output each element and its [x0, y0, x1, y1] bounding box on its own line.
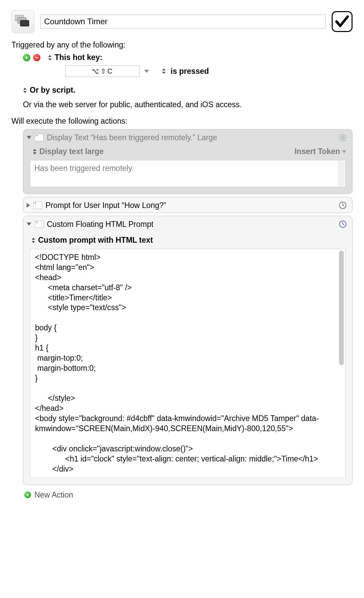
script-trigger-stepper[interactable] [23, 87, 27, 94]
hotkey-label: This hot key: [55, 53, 102, 62]
clock-gear-icon [338, 220, 347, 229]
hotkey-input[interactable]: ⌥⇧C [65, 65, 140, 77]
macro-icon-button[interactable] [11, 10, 34, 33]
action-display-text: Display Text “Has been triggered remotel… [23, 129, 353, 194]
triggered-by-label: Triggered by any of the following: [11, 40, 353, 50]
svg-line-8 [340, 134, 341, 136]
action1-title: Display Text “Has been triggered remotel… [47, 133, 217, 142]
disclosure-triangle-icon[interactable] [27, 203, 30, 208]
action-custom-html-prompt: Custom Floating HTML Prompt Custom promp… [23, 216, 353, 485]
macro-name-input[interactable] [40, 14, 326, 29]
trigger-type-stepper[interactable] [48, 54, 52, 61]
html-code-input[interactable]: <!DOCTYPE html> <html lang="en"> <head> … [30, 249, 345, 478]
or-by-script-label: Or by script. [30, 86, 75, 95]
insert-token-button[interactable]: Insert Token [295, 147, 346, 156]
html-code-content: <!DOCTYPE html> <html lang="en"> <head> … [35, 252, 336, 474]
action3-gear-menu[interactable] [338, 219, 347, 229]
plus-icon: + [24, 491, 31, 498]
display-text-input[interactable]: Has been triggered remotely. [30, 160, 345, 187]
action3-header[interactable]: Custom Floating HTML Prompt [23, 216, 352, 232]
svg-line-17 [343, 224, 344, 225]
new-action-label: New Action [34, 490, 73, 500]
scrollbar[interactable] [339, 250, 344, 365]
svg-rect-2 [20, 20, 29, 26]
will-execute-label: Will execute the following actions: [11, 117, 353, 126]
display-mode-label: Display text large [39, 147, 103, 156]
display-mode-stepper[interactable] [33, 148, 37, 155]
is-pressed-label: is pressed [171, 67, 209, 76]
window-icon [35, 134, 43, 141]
disclosure-triangle-icon[interactable] [27, 136, 31, 139]
action2-gear-menu[interactable] [338, 201, 347, 210]
display-text-value: Has been triggered remotely. [34, 164, 134, 173]
action1-header[interactable]: Display Text “Has been triggered remotel… [23, 129, 352, 145]
html-mode-label: Custom prompt with HTML text [38, 236, 153, 245]
add-trigger-button[interactable]: + [23, 54, 30, 61]
clock-gear-icon [338, 201, 347, 210]
or-web-label: Or via the web server for public, authen… [23, 100, 353, 109]
html-mode-stepper[interactable] [31, 237, 35, 244]
press-mode-stepper[interactable] [162, 68, 166, 74]
action2-header[interactable]: Prompt for User Input “How Long?” [23, 197, 352, 213]
disclosure-triangle-icon[interactable] [27, 222, 31, 226]
remove-trigger-button[interactable]: − [33, 54, 40, 61]
window-icon [33, 202, 42, 209]
hotkey-dropdown[interactable] [144, 70, 149, 73]
svg-line-14 [343, 205, 344, 206]
enable-toggle[interactable] [332, 11, 353, 32]
svg-line-10 [340, 139, 341, 140]
checkmark-icon [335, 14, 350, 29]
svg-line-11 [344, 134, 345, 136]
action2-title: Prompt for User Input “How Long?” [46, 201, 166, 210]
window-icon [35, 220, 43, 228]
svg-line-9 [344, 139, 345, 140]
insert-token-label: Insert Token [295, 147, 340, 156]
scrollbar[interactable] [338, 161, 344, 186]
action1-gear-menu[interactable] [338, 133, 347, 142]
svg-point-3 [341, 136, 344, 139]
new-action-button[interactable]: + New Action [24, 490, 353, 500]
action3-title: Custom Floating HTML Prompt [47, 220, 153, 229]
chevron-down-icon [342, 150, 346, 153]
action-prompt-user-input: Prompt for User Input “How Long?” [23, 197, 353, 213]
applications-icon [15, 15, 31, 28]
gear-icon [338, 133, 347, 142]
